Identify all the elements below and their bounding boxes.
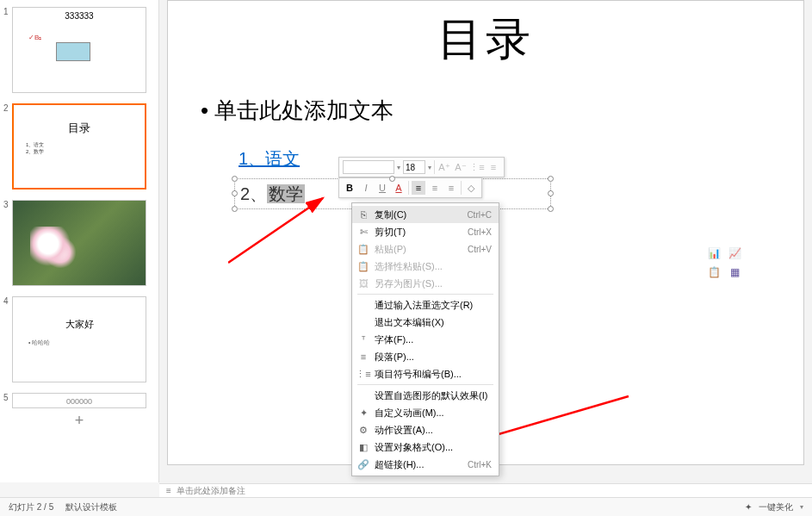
decrease-font-button[interactable]: A⁻	[454, 160, 468, 174]
context-item-label: 字体(F)...	[375, 333, 413, 346]
thumb-2[interactable]: 目录 1、语文 2、数学	[12, 103, 146, 190]
context-item[interactable]: ⚙动作设置(A)...	[352, 421, 499, 438]
thumbnail-panel[interactable]: 1 333333 ✓B₂ 2 目录 1、语文 2、数学 3 4 大家好 • 哈哈…	[0, 0, 159, 482]
resize-handle[interactable]	[548, 190, 554, 196]
context-item: 📋选择性粘贴(S)...	[352, 258, 499, 275]
italic-button[interactable]: I	[359, 181, 373, 195]
context-item[interactable]: ✦自定义动画(M)...	[352, 404, 499, 421]
thumb-3[interactable]	[12, 200, 146, 286]
context-menu[interactable]: ⎘复制(C)Ctrl+C✄剪切(T)Ctrl+X📋粘贴(P)Ctrl+V📋选择性…	[351, 202, 499, 476]
flower-graphic	[30, 227, 90, 270]
resize-handle[interactable]	[548, 206, 554, 212]
context-item-label: 选择性粘贴(S)...	[375, 260, 443, 273]
context-separator	[357, 384, 493, 385]
align-button[interactable]: ≡	[412, 181, 425, 195]
resize-handle[interactable]	[548, 176, 554, 182]
thumb-5[interactable]: 000000	[12, 393, 146, 408]
insert-table-icon[interactable]: 📊	[707, 246, 721, 260]
notes-placeholder[interactable]: 单击此处添加备注	[177, 485, 245, 497]
thumb-1-b2: ✓B₂	[28, 34, 41, 41]
context-item-icon: ✦	[357, 407, 369, 419]
dropdown-icon[interactable]: ▾	[428, 164, 431, 171]
hyperlink-item-1[interactable]: 1、语文	[239, 147, 300, 171]
beautify-button[interactable]: 一键美化	[759, 501, 793, 513]
mini-toolbar[interactable]: ▾ ▾ A⁺ A⁻ ⋮≡ ≡	[338, 157, 505, 177]
context-item-shortcut: Ctrl+V	[468, 245, 492, 254]
context-item: 📋粘贴(P)Ctrl+V	[352, 240, 499, 258]
context-item-label: 段落(P)...	[375, 351, 414, 364]
increase-font-button[interactable]: A⁺	[437, 160, 451, 174]
context-item[interactable]: ≡段落(P)...	[352, 348, 499, 365]
insert-icons-panel: 📊 📈 📋 ▦	[707, 246, 743, 279]
insert-chart-icon[interactable]: 📈	[728, 246, 741, 260]
context-item[interactable]: ✄剪切(T)Ctrl+X	[352, 223, 499, 240]
textbox-prefix: 2、	[240, 184, 267, 203]
dropdown-icon[interactable]: ▾	[800, 503, 803, 511]
thumb-5-wrap[interactable]: 5 000000	[0, 386, 158, 408]
textbox-content[interactable]: 2、数学	[240, 183, 305, 206]
context-item-label: 剪切(T)	[375, 226, 406, 239]
thumb-4-wrap[interactable]: 4 大家好 • 哈哈哈	[0, 289, 158, 386]
context-item-icon: ≡	[357, 351, 369, 363]
notes-bar[interactable]: ≡ 单击此处添加备注	[159, 483, 812, 497]
context-item[interactable]: ◧设置对象格式(O)...	[352, 438, 499, 456]
context-item-icon: 📋	[357, 260, 369, 272]
textbox-selection: 数学	[267, 184, 305, 203]
separator	[408, 181, 409, 195]
numbering-button[interactable]: ≡	[487, 160, 500, 174]
context-item-icon: ⎘	[357, 208, 369, 221]
context-item[interactable]: ⎘复制(C)Ctrl+C	[352, 206, 499, 223]
insert-media-icon[interactable]: ▦	[728, 265, 741, 279]
bold-button[interactable]: B	[343, 181, 356, 195]
context-item[interactable]: ⋮≡项目符号和编号(B)...	[352, 365, 499, 382]
insert-clip-icon[interactable]: 📋	[707, 265, 721, 279]
context-item-label: 动作设置(A)...	[375, 424, 433, 437]
thumb-1[interactable]: 333333 ✓B₂	[12, 7, 146, 93]
shape-fill-button[interactable]: ◇	[464, 181, 478, 195]
status-bar: 幻灯片 2 / 5 默认设计模板 ✦ 一键美化 ▾	[0, 497, 812, 516]
thumb-num: 1	[3, 7, 9, 16]
thumb-3-wrap[interactable]: 3	[0, 193, 158, 289]
context-item[interactable]: 🔗超链接(H)...Ctrl+K	[352, 456, 499, 473]
context-item[interactable]: 退出文本编辑(X)	[352, 314, 499, 331]
align-center-button[interactable]: ≡	[428, 181, 442, 195]
context-item-shortcut: Ctrl+C	[467, 210, 492, 220]
body-placeholder[interactable]: 单击此处添加文本	[201, 96, 394, 126]
font-family-select[interactable]	[343, 160, 394, 174]
align-right-button[interactable]: ≡	[444, 181, 458, 195]
thumb-3-image	[13, 201, 146, 285]
context-item-icon: 🖼	[357, 277, 369, 289]
font-size-select[interactable]	[403, 160, 425, 174]
context-item: 🖼另存为图片(S)...	[352, 275, 499, 292]
context-item-label: 超链接(H)...	[375, 458, 424, 471]
bullets-button[interactable]: ⋮≡	[470, 160, 484, 174]
resize-handle[interactable]	[232, 176, 238, 182]
template-name: 默认设计模板	[65, 501, 117, 513]
notes-icon: ≡	[166, 486, 171, 495]
context-item-icon: ⋮≡	[357, 368, 369, 380]
add-slide-button[interactable]: +	[12, 412, 146, 432]
font-color-button[interactable]: A	[392, 181, 406, 195]
thumb-4[interactable]: 大家好 • 哈哈哈	[12, 296, 146, 382]
context-item[interactable]: 通过输入法重选文字(R)	[352, 296, 499, 314]
slide-title[interactable]: 目录	[168, 9, 803, 70]
resize-handle[interactable]	[232, 190, 238, 196]
context-item-icon: ◧	[357, 441, 369, 453]
context-item-shortcut: Ctrl+K	[468, 460, 492, 469]
thumb-1-wrap[interactable]: 1 333333 ✓B₂	[0, 0, 158, 96]
mini-toolbar-2[interactable]: B I U A ≡ ≡ ≡ ◇	[338, 177, 482, 198]
thumb-2-title: 目录	[14, 105, 145, 136]
context-separator	[357, 294, 493, 295]
thumb-2-wrap[interactable]: 2 目录 1、语文 2、数学	[0, 96, 158, 193]
resize-handle[interactable]	[232, 206, 238, 212]
context-item[interactable]: 设置自选图形的默认效果(I)	[352, 387, 499, 404]
thumb-4-title: 大家好	[13, 297, 146, 331]
context-item-icon: ⚙	[357, 424, 369, 436]
context-item-label: 设置对象格式(O)...	[375, 441, 453, 454]
dropdown-icon[interactable]: ▾	[397, 164, 400, 171]
underline-button[interactable]: U	[375, 181, 389, 195]
context-item[interactable]: ᵀ字体(F)...	[352, 331, 499, 348]
resize-handle[interactable]	[389, 176, 395, 182]
context-item-label: 复制(C)	[375, 208, 406, 221]
context-item-label: 退出文本编辑(X)	[375, 316, 444, 329]
